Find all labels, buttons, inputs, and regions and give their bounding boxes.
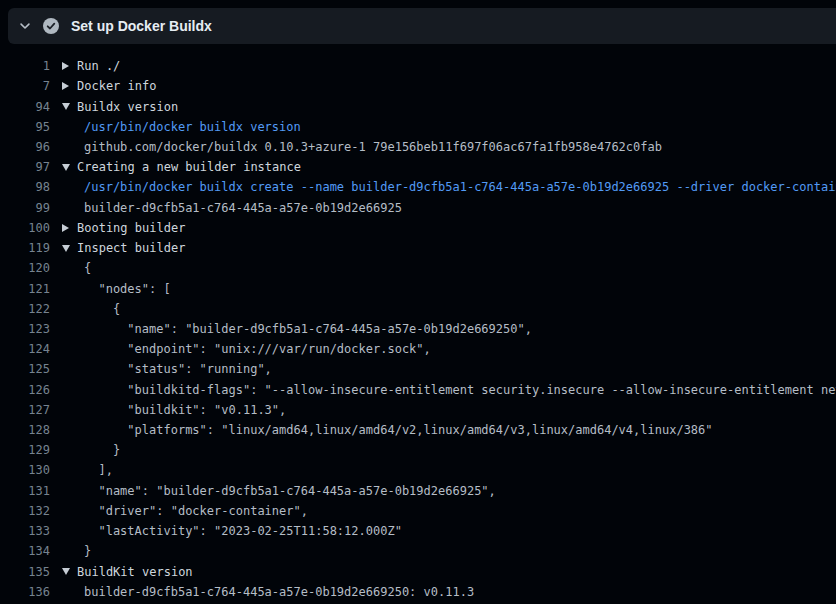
log-group-title[interactable]: Booting builder [77, 221, 185, 235]
log-line: 94 Buildx version [0, 96, 836, 116]
line-number[interactable]: 136 [0, 585, 50, 599]
line-number[interactable]: 130 [0, 463, 50, 477]
line-number[interactable]: 94 [0, 100, 50, 114]
log-line-text: github.com/docker/buildx 0.10.3+azure-1 … [62, 140, 662, 154]
log-line-text: builder-d9cfb5a1-c764-445a-a57e-0b19d2e6… [62, 201, 402, 215]
log-line: 127 "buildkit": "v0.11.3", [0, 400, 836, 420]
log-line: 119 Inspect builder [0, 238, 836, 258]
line-number[interactable]: 135 [0, 565, 50, 579]
step-title: Set up Docker Buildx [71, 19, 212, 33]
line-number[interactable]: 126 [0, 383, 50, 397]
log-group-title[interactable]: Docker info [77, 79, 156, 93]
log-line: 130 ], [0, 460, 836, 480]
log-line-text: /usr/bin/docker buildx create --name bui… [62, 180, 836, 194]
log-line: 98 /usr/bin/docker buildx create --name … [0, 177, 836, 197]
log-line: 97 Creating a new builder instance [0, 157, 836, 177]
log-group-title[interactable]: BuildKit version [77, 565, 193, 579]
log-line: 99 builder-d9cfb5a1-c764-445a-a57e-0b19d… [0, 198, 836, 218]
log-line-text: "buildkitd-flags": "--allow-insecure-ent… [62, 383, 836, 397]
log-line: 1 Run ./ [0, 56, 836, 76]
log-group-title[interactable]: Inspect builder [77, 241, 185, 255]
log-line-text: } [62, 544, 91, 558]
log-line: 96 github.com/docker/buildx 0.10.3+azure… [0, 137, 836, 157]
log-line: 126 "buildkitd-flags": "--allow-insecure… [0, 380, 836, 400]
step-header[interactable]: Set up Docker Buildx [8, 8, 836, 44]
log-line: 7 Docker info [0, 76, 836, 96]
log-line-text: "endpoint": "unix:///var/run/docker.sock… [62, 342, 431, 356]
line-number[interactable]: 128 [0, 423, 50, 437]
log-line: 100 Booting builder [0, 218, 836, 238]
line-number[interactable]: 7 [0, 79, 50, 93]
line-number[interactable]: 120 [0, 261, 50, 275]
log-line-text: "name": "builder-d9cfb5a1-c764-445a-a57e… [62, 484, 496, 498]
line-number[interactable]: 134 [0, 544, 50, 558]
group-toggle-icon[interactable] [62, 103, 77, 110]
line-number[interactable]: 100 [0, 221, 50, 235]
chevron-down-icon[interactable] [18, 19, 32, 33]
log-line-text: "lastActivity": "2023-02-25T11:58:12.000… [62, 524, 402, 538]
line-number[interactable]: 122 [0, 302, 50, 316]
group-toggle-icon[interactable] [62, 245, 77, 252]
step-status-check-icon [43, 18, 59, 34]
log-group-title[interactable]: Run ./ [77, 59, 120, 73]
line-number[interactable]: 96 [0, 140, 50, 154]
log-line-text: "buildkit": "v0.11.3", [62, 403, 286, 417]
log-line: 134 } [0, 541, 836, 561]
log-line-text: { [62, 302, 120, 316]
log-line-text: "nodes": [ [62, 282, 171, 296]
group-toggle-icon[interactable] [62, 164, 77, 171]
log-line: 95 /usr/bin/docker buildx version [0, 117, 836, 137]
log-line-text: { [62, 261, 91, 275]
log-line: 135 BuildKit version [0, 561, 836, 581]
line-number[interactable]: 127 [0, 403, 50, 417]
group-toggle-icon[interactable] [62, 62, 77, 70]
log-line-text: "status": "running", [62, 362, 272, 376]
log-line-text: } [62, 443, 120, 457]
line-number[interactable]: 97 [0, 160, 50, 174]
log-viewer: 1 Run ./ 7 Docker info 94 Buildx version… [0, 56, 836, 604]
line-number[interactable]: 123 [0, 322, 50, 336]
log-line-text: "driver": "docker-container", [62, 504, 308, 518]
log-line-text: builder-d9cfb5a1-c764-445a-a57e-0b19d2e6… [62, 585, 474, 599]
log-line: 133 "lastActivity": "2023-02-25T11:58:12… [0, 521, 836, 541]
log-line: 125 "status": "running", [0, 359, 836, 379]
line-number[interactable]: 1 [0, 59, 50, 73]
log-line-text: "platforms": "linux/amd64,linux/amd64/v2… [62, 423, 713, 437]
log-line: 122 { [0, 299, 836, 319]
line-number[interactable]: 98 [0, 180, 50, 194]
group-toggle-icon[interactable] [62, 82, 77, 90]
log-line: 121 "nodes": [ [0, 278, 836, 298]
line-number[interactable]: 129 [0, 443, 50, 457]
log-line-text: ], [62, 463, 113, 477]
line-number[interactable]: 121 [0, 282, 50, 296]
line-number[interactable]: 124 [0, 342, 50, 356]
group-toggle-icon[interactable] [62, 224, 77, 232]
log-line-text: "name": "builder-d9cfb5a1-c764-445a-a57e… [62, 322, 532, 336]
log-line: 129 } [0, 440, 836, 460]
line-number[interactable]: 125 [0, 362, 50, 376]
line-number[interactable]: 132 [0, 504, 50, 518]
line-number[interactable]: 119 [0, 241, 50, 255]
log-line: 128 "platforms": "linux/amd64,linux/amd6… [0, 420, 836, 440]
log-line: 131 "name": "builder-d9cfb5a1-c764-445a-… [0, 481, 836, 501]
log-line: 123 "name": "builder-d9cfb5a1-c764-445a-… [0, 319, 836, 339]
group-toggle-icon[interactable] [62, 568, 77, 575]
line-number[interactable]: 133 [0, 524, 50, 538]
log-line: 124 "endpoint": "unix:///var/run/docker.… [0, 339, 836, 359]
log-line: 120 { [0, 258, 836, 278]
log-group-title[interactable]: Buildx version [77, 100, 178, 114]
log-line-text: /usr/bin/docker buildx version [62, 120, 301, 134]
line-number[interactable]: 131 [0, 484, 50, 498]
log-line: 136 builder-d9cfb5a1-c764-445a-a57e-0b19… [0, 582, 836, 602]
log-line: 132 "driver": "docker-container", [0, 501, 836, 521]
log-group-title[interactable]: Creating a new builder instance [77, 160, 301, 174]
line-number[interactable]: 95 [0, 120, 50, 134]
line-number[interactable]: 99 [0, 201, 50, 215]
